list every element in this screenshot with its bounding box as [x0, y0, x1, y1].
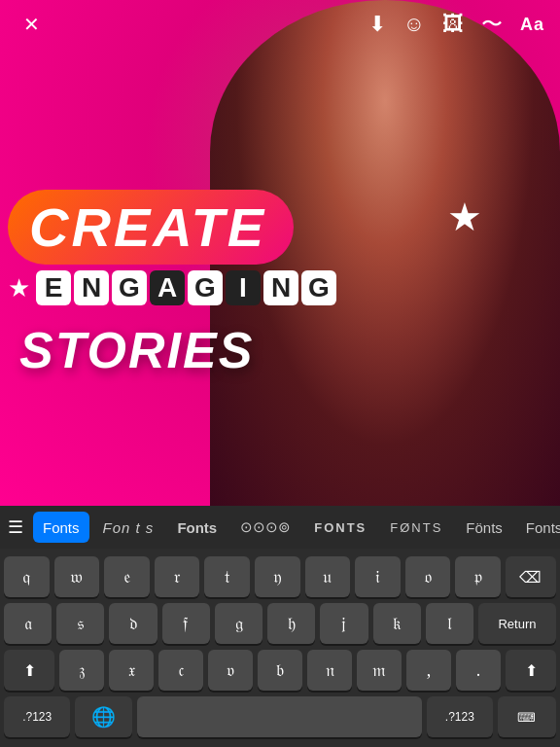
key-y[interactable]: 𝔶: [255, 556, 300, 597]
font-tab-1[interactable]: Fon t s: [93, 512, 164, 543]
create-text: CREATE: [8, 190, 294, 265]
engaging-row: ★ E N G A G I N G: [8, 270, 336, 305]
key-o[interactable]: 𝔬: [405, 556, 451, 597]
letter-N2: N: [263, 270, 298, 305]
key-period[interactable]: .: [456, 650, 501, 691]
font-tab-0[interactable]: Fonts: [33, 512, 89, 543]
key-comma[interactable]: ,: [406, 650, 451, 691]
key-a[interactable]: 𝔞: [4, 603, 52, 644]
key-k[interactable]: 𝔨: [373, 603, 421, 644]
key-b[interactable]: 𝔟: [258, 650, 302, 691]
letter-I: I: [226, 270, 261, 305]
key-i[interactable]: 𝔦: [355, 556, 401, 597]
font-tab-2[interactable]: Fonts: [167, 512, 227, 543]
key-h[interactable]: 𝔥: [267, 603, 315, 644]
shift-key-right[interactable]: ⬆: [506, 650, 556, 691]
letter-G1: G: [112, 270, 147, 305]
return-key[interactable]: Return: [478, 603, 556, 644]
letter-G2: G: [188, 270, 223, 305]
key-m[interactable]: 𝔪: [357, 650, 402, 691]
download-icon[interactable]: ⬇: [368, 12, 386, 37]
close-button[interactable]: ✕: [16, 9, 47, 40]
keyboard-row-3: ⬆ 𝔷 𝔵 𝔠 𝔳 𝔟 𝔫 𝔪 , . ⬆: [4, 650, 556, 691]
key-f[interactable]: 𝔣: [162, 603, 210, 644]
star-decoration-left: ★: [8, 273, 30, 303]
font-tab-3[interactable]: ⊙⊙⊙⊚: [230, 512, 300, 543]
space-key[interactable]: [137, 696, 422, 737]
squiggle-icon[interactable]: 〜: [481, 10, 503, 39]
key-e[interactable]: 𝔢: [104, 556, 150, 597]
aa-button[interactable]: Aa: [520, 15, 544, 35]
emoji-keyboard-key[interactable]: ⌨: [498, 696, 556, 737]
key-l[interactable]: 𝔩: [426, 603, 473, 644]
key-q[interactable]: 𝔮: [4, 556, 50, 597]
letter-E: E: [36, 270, 71, 305]
key-v[interactable]: 𝔳: [208, 650, 253, 691]
menu-icon[interactable]: ☰: [8, 516, 23, 538]
key-p[interactable]: 𝔭: [455, 556, 501, 597]
key-n[interactable]: 𝔫: [307, 650, 352, 691]
emoji-icon[interactable]: ☺: [403, 12, 425, 37]
key-s[interactable]: 𝔰: [56, 603, 104, 644]
numbers-key-right[interactable]: .?123: [427, 696, 493, 737]
letter-N: N: [74, 270, 109, 305]
sticker-icon[interactable]: 🖼: [442, 12, 464, 37]
numbers-key[interactable]: .?123: [4, 696, 70, 737]
font-tab-7[interactable]: Fоnts: [516, 512, 560, 543]
key-x[interactable]: 𝔵: [109, 650, 154, 691]
key-u[interactable]: 𝔲: [305, 556, 351, 597]
stories-text: STORIES: [19, 321, 254, 379]
key-w[interactable]: 𝔴: [54, 556, 100, 597]
keyboard-row-1: 𝔮 𝔴 𝔢 𝔯 𝔱 𝔶 𝔲 𝔦 𝔬 𝔭 ⌫: [4, 556, 556, 597]
key-j[interactable]: 𝔧: [320, 603, 368, 644]
backspace-key[interactable]: ⌫: [506, 556, 556, 597]
key-t[interactable]: 𝔱: [204, 556, 250, 597]
letter-A: A: [150, 270, 185, 305]
key-r[interactable]: 𝔯: [155, 556, 200, 597]
font-selector-bar: ☰ Fonts Fon t s Fonts ⊙⊙⊙⊚ FONTS FØNTS F…: [0, 506, 560, 549]
keyboard-row-bottom: .?123 🌐 .?123 ⌨: [4, 696, 556, 737]
shift-key[interactable]: ⬆: [4, 650, 54, 691]
star-decoration-top: ★: [447, 195, 482, 239]
key-z[interactable]: 𝔷: [59, 650, 104, 691]
engaging-text: E N G A G I N G: [36, 270, 336, 305]
key-g[interactable]: 𝔤: [215, 603, 262, 644]
keyboard: 𝔮 𝔴 𝔢 𝔯 𝔱 𝔶 𝔲 𝔦 𝔬 𝔭 ⌫ 𝔞 𝔰 𝔡 𝔣 𝔤 𝔥 𝔧 𝔨 𝔩 …: [0, 549, 560, 747]
globe-key[interactable]: 🌐: [75, 696, 132, 737]
keyboard-row-2: 𝔞 𝔰 𝔡 𝔣 𝔤 𝔥 𝔧 𝔨 𝔩 Return: [4, 603, 556, 644]
letter-G3: G: [301, 270, 336, 305]
font-tab-4[interactable]: FONTS: [304, 512, 376, 543]
canvas-area: ✕ ⬇ ☺ 🖼 〜 Aa ★ CREATE ★ E N G A G I N G …: [0, 0, 560, 506]
key-d[interactable]: 𝔡: [109, 603, 157, 644]
key-c[interactable]: 𝔠: [158, 650, 203, 691]
top-toolbar: ✕ ⬇ ☺ 🖼 〜 Aa: [0, 0, 560, 49]
font-tab-6[interactable]: Fönts: [456, 512, 512, 543]
font-tab-5[interactable]: FØNTS: [380, 512, 452, 543]
